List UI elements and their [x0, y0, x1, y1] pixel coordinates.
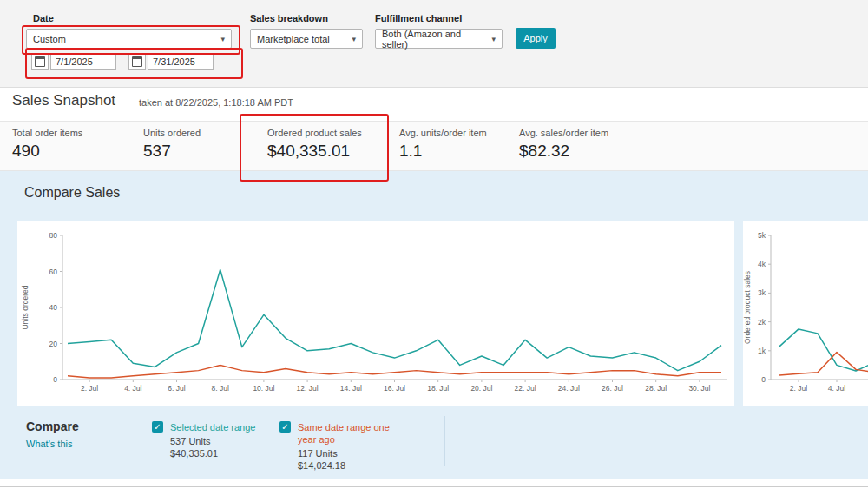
date-range-select-value: Custom [33, 34, 66, 44]
end-date-calendar-button[interactable] [128, 53, 146, 70]
metric-total-order-items: Total order items 490 [12, 128, 82, 161]
svg-text:28. Jul: 28. Jul [645, 384, 667, 393]
whats-this-link[interactable]: What's this [26, 439, 72, 449]
units-ordered-chart-svg: 0204060802. Jul4. Jul6. Jul8. Jul10. Jul… [17, 221, 734, 406]
metric-label: Total order items [12, 128, 82, 138]
metric-avg-sales-per-order: Avg. sales/order item $82.32 [519, 128, 608, 161]
legend-label: Selected date range [170, 421, 255, 433]
sales-dashboard: Date Sales breakdown Fulfillment channel… [0, 0, 868, 489]
apply-button[interactable]: Apply [516, 28, 556, 49]
svg-text:14. Jul: 14. Jul [340, 384, 362, 393]
svg-text:26. Jul: 26. Jul [602, 384, 623, 393]
bottom-divider [0, 486, 868, 487]
metric-label: Ordered product sales [267, 128, 362, 138]
chevron-down-icon: ▾ [491, 35, 496, 43]
metric-value: 1.1 [399, 142, 487, 161]
svg-text:10. Jul: 10. Jul [253, 384, 274, 393]
svg-text:24. Jul: 24. Jul [558, 384, 580, 393]
snapshot-timestamp: taken at 8/22/2025, 1:18:18 AM PDT [139, 97, 293, 108]
end-date-input[interactable] [148, 53, 214, 70]
ordered-product-sales-chart[interactable]: 01k2k3k4k5k2. Jul4. JulOrdered product s… [743, 221, 868, 406]
sales-breakdown-label: Sales breakdown [250, 13, 328, 23]
date-filter-label: Date [33, 13, 54, 23]
chevron-down-icon: ▾ [352, 35, 356, 43]
fulfillment-channel-select-value: Both (Amazon and seller) [382, 29, 486, 50]
svg-text:8. Jul: 8. Jul [212, 384, 229, 393]
svg-text:20: 20 [49, 340, 58, 348]
svg-text:16. Jul: 16. Jul [384, 384, 405, 393]
metric-value: $40,335.01 [267, 142, 362, 161]
metric-label: Avg. sales/order item [519, 128, 608, 138]
calendar-icon [35, 56, 45, 67]
svg-text:1k: 1k [758, 347, 766, 355]
svg-text:2. Jul: 2. Jul [790, 384, 807, 393]
svg-text:20. Jul: 20. Jul [470, 384, 492, 393]
metric-value: 537 [143, 142, 201, 161]
compare-legend-heading: Compare [26, 420, 79, 433]
metric-value: 490 [12, 142, 82, 161]
svg-text:30. Jul: 30. Jul [688, 384, 710, 393]
legend-checkbox-selected-range[interactable]: ✓ [152, 421, 163, 433]
svg-text:4. Jul: 4. Jul [828, 384, 845, 393]
start-date-input[interactable] [50, 53, 116, 70]
svg-text:0: 0 [761, 375, 766, 384]
svg-text:18. Jul: 18. Jul [427, 384, 449, 393]
svg-text:60: 60 [49, 268, 58, 276]
svg-text:4k: 4k [758, 260, 766, 268]
compare-sales-title: Compare Sales [24, 185, 120, 201]
ordered-product-sales-chart-svg: 01k2k3k4k5k2. Jul4. JulOrdered product s… [743, 221, 868, 406]
units-ordered-chart[interactable]: 0204060802. Jul4. Jul6. Jul8. Jul10. Jul… [17, 221, 734, 406]
legend-entry-previous-year: ✓ Same date range one year ago 117 Units… [279, 421, 406, 472]
snapshot-metrics-bar: Total order items 490 Units ordered 537 … [0, 121, 868, 171]
svg-text:2k: 2k [758, 318, 766, 327]
sales-breakdown-select[interactable]: Marketplace total ▾ [250, 29, 363, 49]
legend-label: Same date range one year ago [298, 421, 406, 446]
svg-text:40: 40 [49, 303, 58, 312]
metric-label: Avg. units/order item [399, 128, 487, 138]
filter-bar: Date Sales breakdown Fulfillment channel… [0, 0, 868, 88]
metric-ordered-product-sales: Ordered product sales $40,335.01 [267, 128, 362, 161]
svg-text:80: 80 [49, 231, 58, 240]
start-date-calendar-button[interactable] [31, 53, 49, 70]
fulfillment-channel-label: Fulfillment channel [375, 13, 462, 23]
sales-breakdown-select-value: Marketplace total [257, 34, 330, 44]
metric-value: $82.32 [519, 142, 608, 161]
svg-text:2. Jul: 2. Jul [81, 384, 98, 393]
svg-text:5k: 5k [758, 231, 766, 240]
date-range-select[interactable]: Custom ▾ [26, 29, 232, 49]
compare-sales-section: Compare Sales 0204060802. Jul4. Jul6. Ju… [0, 171, 868, 479]
custom-date-inputs [31, 53, 214, 70]
legend-sales: $40,335.01 [170, 447, 255, 459]
sales-snapshot-title: Sales Snapshot [12, 92, 115, 109]
legend-units: 117 Units [298, 447, 406, 459]
legend-entry-selected-range: ✓ Selected date range 537 Units $40,335.… [152, 421, 255, 459]
calendar-icon [132, 56, 142, 67]
svg-text:3k: 3k [758, 288, 766, 297]
metric-label: Units ordered [143, 128, 201, 138]
chevron-down-icon: ▾ [220, 35, 225, 43]
svg-text:6. Jul: 6. Jul [168, 384, 185, 393]
legend-divider [444, 416, 445, 466]
fulfillment-channel-select[interactable]: Both (Amazon and seller) ▾ [375, 29, 503, 49]
svg-text:22. Jul: 22. Jul [515, 384, 536, 393]
svg-text:Units ordered: Units ordered [21, 285, 30, 329]
svg-text:12. Jul: 12. Jul [297, 384, 319, 393]
svg-text:0: 0 [53, 375, 57, 384]
legend-sales: $14,024.18 [298, 459, 406, 472]
svg-text:4. Jul: 4. Jul [124, 384, 141, 393]
metric-units-ordered: Units ordered 537 [143, 128, 201, 161]
metric-avg-units-per-order: Avg. units/order item 1.1 [399, 128, 487, 161]
legend-checkbox-previous-year[interactable]: ✓ [279, 421, 291, 433]
svg-text:Ordered product sales: Ordered product sales [743, 271, 752, 344]
legend-units: 537 Units [170, 435, 255, 447]
